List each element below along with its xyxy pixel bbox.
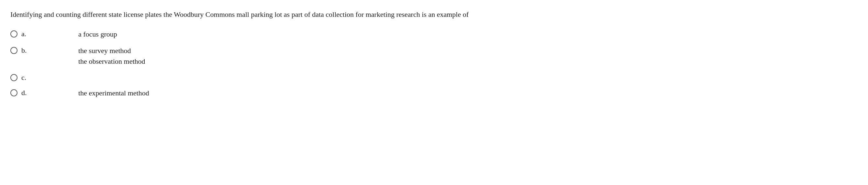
option-item-b: b. the survey method the observation met…	[10, 45, 858, 67]
option-b-text-secondary: the observation method	[78, 56, 145, 67]
option-item-a: a. a focus group	[10, 29, 858, 39]
option-c-radio[interactable]	[10, 74, 18, 81]
option-b-text-wrapper: the survey method the observation method	[46, 45, 145, 67]
option-b-radio[interactable]	[10, 47, 18, 54]
option-d-radio[interactable]	[10, 89, 18, 96]
option-b-text: the survey method	[78, 45, 145, 56]
option-b-radio-wrapper[interactable]: b.	[10, 45, 46, 55]
options-list: a. a focus group b. the survey method th…	[10, 29, 858, 98]
option-item-c: c.	[10, 72, 858, 82]
question-text: Identifying and counting different state…	[10, 9, 819, 20]
option-d-label: d.	[21, 89, 27, 97]
option-c-radio-wrapper[interactable]: c.	[10, 72, 46, 82]
option-d-text: the experimental method	[78, 88, 149, 98]
question-container: Identifying and counting different state…	[10, 9, 858, 98]
option-a-text-wrapper: a focus group	[46, 29, 117, 39]
option-d-text-wrapper: the experimental method	[46, 88, 149, 98]
option-c-label: c.	[21, 73, 26, 82]
option-b-label: b.	[21, 46, 27, 55]
option-item-d: d. the experimental method	[10, 88, 858, 98]
option-a-label: a.	[21, 30, 26, 38]
option-a-text: a focus group	[78, 29, 117, 39]
option-a-radio[interactable]	[10, 30, 18, 37]
option-a-radio-wrapper[interactable]: a.	[10, 29, 46, 38]
option-d-radio-wrapper[interactable]: d.	[10, 88, 46, 97]
